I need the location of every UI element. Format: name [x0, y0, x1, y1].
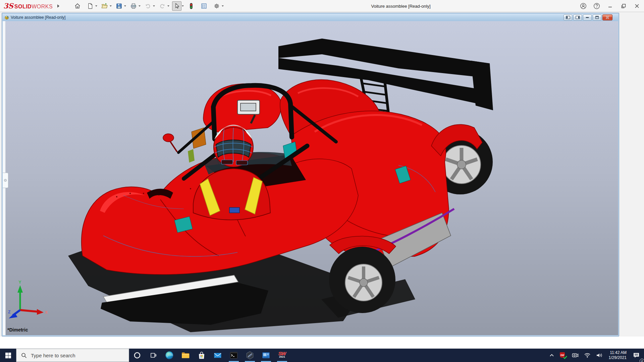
mail-icon [213, 351, 222, 360]
wifi-icon [584, 353, 591, 358]
save-dropdown-icon[interactable] [124, 5, 126, 7]
doc-left-pane-button[interactable] [564, 14, 572, 20]
front-right-wheel [329, 236, 396, 313]
doc-close-button[interactable] [602, 14, 612, 20]
close-button[interactable] [632, 1, 642, 11]
save-button[interactable] [114, 1, 124, 11]
help-icon [593, 2, 600, 10]
document-controls [564, 14, 612, 20]
status-strip [0, 337, 644, 349]
options-dropdown-icon[interactable] [222, 5, 224, 7]
command-prompt-icon [229, 351, 238, 360]
system-tray: SW 11:42 AM 1/29/2021 2 [547, 349, 644, 362]
cortana-button[interactable] [129, 349, 145, 362]
triad-z-label: Z [8, 310, 10, 314]
screen: 3S SOLID WORKS [0, 0, 644, 362]
restore-button[interactable] [619, 1, 629, 11]
tray-volume-button[interactable] [594, 349, 605, 362]
taskbar-app-hexagon[interactable] [242, 349, 258, 362]
print-icon [130, 3, 137, 9]
tray-time: 11:42 AM [609, 350, 627, 355]
open-dropdown-icon[interactable] [110, 5, 112, 7]
main-toolbar [73, 1, 226, 11]
tray-show-hidden-button[interactable] [547, 349, 556, 362]
solidworks-logo-mark-icon: 3S [3, 2, 13, 10]
solidworks-2021-icon: SW 2021 [278, 352, 286, 359]
select-button[interactable] [172, 1, 181, 11]
rebuild-button[interactable] [186, 1, 196, 11]
taskbar-app-edge[interactable] [161, 349, 177, 362]
select-cursor-icon [173, 3, 180, 9]
action-center-icon [633, 352, 640, 359]
view-orientation-label: *Dimetric [7, 327, 28, 333]
check-icon [563, 356, 567, 359]
taskbar-search[interactable] [16, 349, 129, 362]
camera-icon [572, 352, 579, 358]
brand-name-bold: SOLID [14, 4, 32, 10]
close-icon [633, 2, 641, 10]
tray-meet-now-button[interactable] [570, 349, 581, 362]
window-title: Voiture assomblee [Read-only] [371, 0, 430, 12]
home-icon [74, 3, 81, 9]
undo-icon [145, 3, 151, 9]
home-button[interactable] [73, 1, 82, 11]
tray-clock[interactable]: 11:42 AM 1/29/2021 [606, 350, 629, 360]
car-model-render [3, 21, 618, 335]
redo-button[interactable] [158, 1, 167, 11]
select-dropdown-icon[interactable] [182, 5, 184, 7]
taskbar: SW 2021 SW [0, 349, 644, 362]
left-mirror [163, 134, 177, 152]
document-titlebar[interactable]: Voiture assomblee [Read-only] [3, 14, 618, 21]
doc-right-pane-button[interactable] [573, 14, 582, 20]
print-dropdown-icon[interactable] [139, 5, 141, 7]
taskbar-app-store[interactable] [194, 349, 210, 362]
doc-minimize-button[interactable] [583, 14, 592, 20]
tray-network-button[interactable] [582, 349, 593, 362]
taskbar-app-command-prompt[interactable] [226, 349, 242, 362]
undo-button[interactable] [143, 1, 153, 11]
window-app-icon [261, 351, 271, 360]
document-window: Voiture assomblee [Read-only] [2, 13, 619, 337]
minimize-button[interactable] [605, 1, 615, 11]
taskbar-app-mail[interactable] [210, 349, 226, 362]
restore-icon [620, 2, 627, 10]
redo-dropdown-icon[interactable] [167, 5, 169, 7]
help-button[interactable] [592, 1, 602, 11]
redo-icon [159, 3, 166, 9]
document-properties-button[interactable] [199, 1, 209, 11]
open-icon [101, 3, 108, 9]
taskbar-app-file-explorer[interactable] [177, 349, 194, 362]
notification-badge: 2 [640, 359, 644, 362]
cortana-icon [133, 352, 141, 359]
minimize-icon [606, 2, 614, 10]
undo-dropdown-icon[interactable] [153, 5, 155, 7]
splitter-dot-icon [4, 179, 7, 182]
options-gear-icon [213, 3, 220, 9]
doc-restore-button[interactable] [593, 14, 601, 20]
tray-solidworks-agent[interactable]: SW [558, 349, 569, 362]
feature-panel-handle[interactable] [3, 173, 8, 188]
new-document-button[interactable] [86, 1, 95, 11]
titlebar-controls [578, 0, 642, 12]
account-button[interactable] [578, 1, 588, 11]
new-document-dropdown-icon[interactable] [95, 5, 97, 7]
options-button[interactable] [212, 1, 221, 11]
task-view-icon [150, 352, 157, 359]
print-button[interactable] [129, 1, 138, 11]
open-button[interactable] [100, 1, 109, 11]
taskbar-app-solidworks[interactable]: SW 2021 [274, 349, 290, 362]
taskbar-app-window[interactable] [258, 349, 274, 362]
tray-date: 1/29/2021 [609, 355, 627, 360]
windows-logo-icon [5, 353, 11, 358]
sw-icon-year: 2021 [279, 355, 285, 359]
toolbar-flyout-arrow-icon[interactable] [57, 4, 59, 8]
viewport-3d[interactable]: Y X Z *Dimetric [3, 21, 618, 335]
action-center-button[interactable]: 2 [631, 349, 642, 362]
solidworks-tray-icon: SW [560, 352, 567, 358]
task-view-button[interactable] [145, 349, 161, 362]
rebuild-traffic-light-icon [188, 3, 195, 9]
search-input[interactable] [31, 353, 118, 358]
start-button[interactable] [0, 349, 16, 362]
document-title: Voiture assomblee [Read-only] [11, 15, 65, 20]
new-document-icon [87, 3, 94, 9]
